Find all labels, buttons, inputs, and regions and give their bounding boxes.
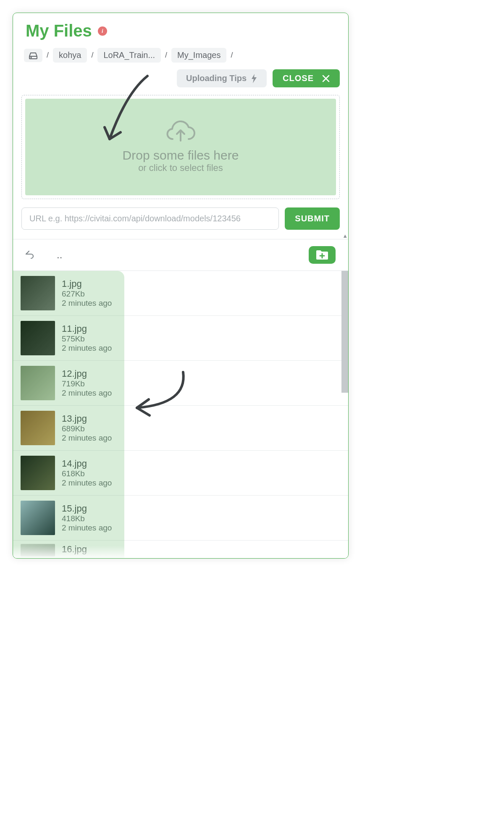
scrollbar-thumb[interactable] — [341, 271, 348, 393]
file-size: 689Kb — [62, 424, 112, 433]
breadcrumb-item-myimages[interactable]: My_Images — [171, 48, 226, 63]
file-row[interactable]: 12.jpg 719Kb 2 minutes ago — [13, 361, 348, 406]
file-info: 16.jpg — [62, 544, 87, 555]
upload-cloud-icon — [164, 121, 197, 146]
file-info: 12.jpg 719Kb 2 minutes ago — [62, 368, 112, 398]
file-time: 2 minutes ago — [62, 433, 112, 443]
new-folder-button[interactable] — [309, 246, 336, 264]
actions-row: Uploading Tips CLOSE — [21, 69, 340, 87]
back-arrow-icon — [24, 249, 35, 260]
drive-icon — [28, 51, 38, 60]
file-name: 12.jpg — [62, 368, 112, 379]
close-icon — [322, 75, 330, 82]
breadcrumb: / kohya / LoRA_Train... / My_Images / — [21, 48, 340, 63]
dropzone-container: Drop some files here or click to select … — [21, 95, 340, 199]
file-thumbnail — [21, 276, 55, 310]
file-name: 13.jpg — [62, 413, 112, 424]
file-row[interactable]: 16.jpg — [13, 541, 348, 558]
file-time: 2 minutes ago — [62, 344, 112, 353]
file-size: 719Kb — [62, 379, 112, 388]
file-name: 1.jpg — [62, 278, 112, 289]
file-manager-panel: My Files i / kohya / LoRA_Train... / My_… — [13, 13, 349, 559]
file-row[interactable]: 14.jpg 618Kb 2 minutes ago — [13, 451, 348, 496]
file-info: 14.jpg 618Kb 2 minutes ago — [62, 458, 112, 488]
file-thumbnail — [21, 501, 55, 535]
dropzone-main-text: Drop some files here — [123, 148, 239, 163]
file-name: 14.jpg — [62, 458, 112, 469]
lightning-icon — [251, 74, 257, 83]
file-row[interactable]: 1.jpg 627Kb 2 minutes ago — [13, 271, 348, 316]
breadcrumb-separator: / — [91, 51, 93, 60]
file-time: 2 minutes ago — [62, 478, 112, 488]
folder-plus-icon — [315, 249, 329, 260]
breadcrumb-separator: / — [231, 51, 233, 60]
file-row[interactable]: 13.jpg 689Kb 2 minutes ago — [13, 406, 348, 451]
file-name: 11.jpg — [62, 323, 112, 334]
file-time: 2 minutes ago — [62, 299, 112, 308]
file-size: 418Kb — [62, 514, 112, 523]
file-time: 2 minutes ago — [62, 523, 112, 533]
file-info: 15.jpg 418Kb 2 minutes ago — [62, 503, 112, 533]
file-name: 15.jpg — [62, 503, 112, 514]
browser-toolbar: .. — [13, 239, 348, 271]
breadcrumb-home[interactable] — [24, 49, 42, 62]
uploading-tips-label: Uploading Tips — [186, 74, 247, 83]
dropzone-sub-text: or click to select files — [138, 163, 223, 173]
file-thumbnail — [21, 321, 55, 355]
file-size: 627Kb — [62, 289, 112, 299]
file-thumbnail — [21, 411, 55, 445]
close-label: CLOSE — [283, 74, 314, 83]
url-row: SUBMIT — [21, 207, 340, 230]
header: My Files i — [21, 21, 340, 40]
dropzone[interactable]: Drop some files here or click to select … — [25, 99, 336, 195]
file-info: 1.jpg 627Kb 2 minutes ago — [62, 278, 112, 308]
breadcrumb-separator: / — [165, 51, 167, 60]
file-time: 2 minutes ago — [62, 388, 112, 398]
close-button[interactable]: CLOSE — [273, 69, 340, 87]
file-thumbnail — [21, 456, 55, 490]
file-row[interactable]: 11.jpg 575Kb 2 minutes ago — [13, 316, 348, 361]
parent-directory[interactable]: .. — [57, 249, 62, 261]
file-list: 1.jpg 627Kb 2 minutes ago 11.jpg 575Kb 2… — [13, 271, 348, 558]
breadcrumb-item-lora[interactable]: LoRA_Train... — [97, 48, 161, 63]
breadcrumb-separator: / — [47, 51, 49, 60]
file-info: 11.jpg 575Kb 2 minutes ago — [62, 323, 112, 353]
file-thumbnail — [21, 544, 55, 556]
file-name: 16.jpg — [62, 544, 87, 555]
file-size: 575Kb — [62, 334, 112, 344]
page-title: My Files — [26, 21, 92, 40]
uploading-tips-button[interactable]: Uploading Tips — [177, 69, 267, 87]
svg-point-1 — [31, 57, 32, 58]
file-thumbnail — [21, 366, 55, 400]
file-row[interactable]: 15.jpg 418Kb 2 minutes ago — [13, 496, 348, 541]
breadcrumb-item-kohya[interactable]: kohya — [53, 48, 87, 63]
file-browser: ▲ .. — [13, 239, 348, 558]
url-input[interactable] — [21, 207, 279, 230]
file-size: 618Kb — [62, 469, 112, 478]
submit-button[interactable]: SUBMIT — [285, 207, 340, 230]
back-button[interactable] — [24, 249, 35, 261]
scroll-up-arrow-icon[interactable]: ▲ — [342, 233, 348, 239]
file-info: 13.jpg 689Kb 2 minutes ago — [62, 413, 112, 443]
info-icon[interactable]: i — [98, 26, 107, 36]
files-area: 1.jpg 627Kb 2 minutes ago 11.jpg 575Kb 2… — [13, 271, 348, 558]
